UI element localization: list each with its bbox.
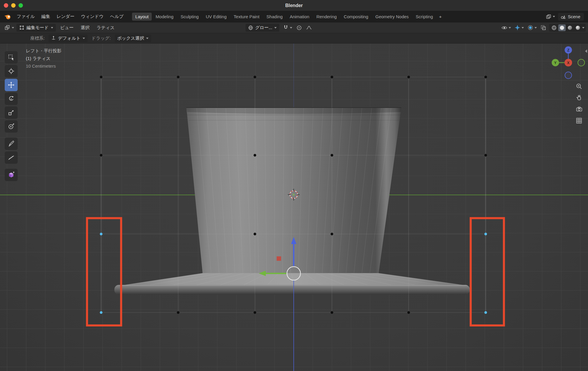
navigation-gizmo[interactable]: Z Y X (551, 46, 586, 80)
main-menus: ファイル 編集 レンダー ウィンドウ ヘルプ (14, 13, 127, 21)
blender-logo-icon[interactable] (4, 14, 11, 20)
hand-icon (575, 94, 582, 101)
move-tool[interactable] (5, 79, 18, 91)
shading-rendered-button[interactable] (574, 24, 582, 31)
mode-label: 編集モード (26, 25, 49, 31)
magnifier-icon (575, 83, 582, 90)
annotation-box-right (471, 218, 504, 325)
tab-compositing[interactable]: Compositing (340, 13, 371, 21)
wireframe-sphere-icon (551, 25, 557, 31)
saucer-edge (114, 285, 470, 295)
drag-label: ドラッグ: (91, 36, 111, 41)
overlays-toggle[interactable] (527, 24, 537, 31)
transform-orientation-dropdown[interactable]: グロー... (245, 24, 279, 32)
chevron-down-icon (146, 38, 148, 39)
chevron-down-icon (12, 27, 14, 29)
tab-texture-paint[interactable]: Texture Paint (230, 13, 263, 21)
gizmo-icon (514, 25, 520, 31)
chevron-down-icon (534, 27, 537, 29)
menu-view[interactable]: ビュー (58, 24, 76, 32)
material-sphere-icon (567, 25, 573, 31)
toggle-ortho-button[interactable] (574, 116, 583, 125)
drag-mode-dropdown[interactable]: ボックス選択 (115, 34, 151, 42)
chevron-down-icon (582, 27, 584, 29)
gizmo-neg-y-ball[interactable] (578, 59, 585, 66)
measure-tool[interactable] (5, 151, 18, 164)
select-box-tool[interactable] (5, 51, 18, 63)
drag-mode-value: ボックス選択 (117, 36, 144, 41)
xray-toggle[interactable] (540, 24, 547, 31)
axes-icon (51, 36, 56, 41)
pan-button[interactable] (574, 93, 583, 102)
viewport-side-controls (574, 82, 583, 125)
magnet-icon (283, 25, 289, 31)
browse-scene-button[interactable] (545, 13, 556, 20)
mode-dropdown[interactable]: 編集モード (16, 24, 56, 32)
viewport-header: 編集モード ビュー 選択 ラティス グロー... (0, 22, 588, 33)
menu-edit[interactable]: 編集 (38, 13, 53, 21)
proportional-falloff-dropdown[interactable] (305, 24, 313, 31)
annotation-box-left (87, 218, 121, 325)
grid-icon (575, 117, 582, 124)
menu-file[interactable]: ファイル (14, 13, 38, 21)
menu-window[interactable]: ウィンドウ (78, 13, 107, 21)
gizmos-toggle[interactable] (514, 24, 524, 31)
editor-type-button[interactable] (4, 24, 15, 31)
coord-system-value: デフォルト (58, 36, 81, 41)
viewport-info: レフト・平行投影 (1) ラティス 10 Centimeters (26, 47, 61, 70)
gizmo-x-label: X (567, 61, 570, 65)
window-controls (0, 3, 23, 8)
window-title: Blender (0, 3, 588, 8)
fullscreen-window-button[interactable] (19, 3, 23, 8)
chevron-down-icon (553, 16, 555, 17)
snap-toggle[interactable] (282, 24, 293, 31)
menu-lattice[interactable]: ラティス (94, 24, 117, 32)
sidebar-collapse-arrow[interactable] (585, 49, 587, 53)
tab-scripting[interactable]: Scripting (412, 13, 436, 21)
shading-solid-button[interactable] (558, 24, 566, 31)
cursor-tool[interactable] (5, 65, 18, 77)
minimize-window-button[interactable] (11, 3, 16, 8)
rotate-tool[interactable] (5, 93, 18, 105)
tab-rendering[interactable]: Rendering (313, 13, 340, 21)
visibility-dropdown[interactable] (501, 24, 512, 31)
menu-render[interactable]: レンダー (53, 13, 78, 21)
shading-material-button[interactable] (566, 24, 574, 31)
falloff-curve-icon (306, 25, 312, 30)
workspace-tabs: Layout Modeling Sculpting UV Editing Tex… (132, 13, 444, 21)
tab-modeling[interactable]: Modeling (152, 13, 177, 21)
menu-help[interactable]: ヘルプ (107, 13, 127, 21)
chevron-down-icon (274, 27, 277, 29)
3d-viewport[interactable]: レフト・平行投影 (1) ラティス 10 Centimeters (0, 44, 588, 371)
coord-system-dropdown[interactable]: デフォルト (49, 34, 88, 42)
tab-shading[interactable]: Shading (263, 13, 286, 21)
scene-group: Scene (545, 13, 584, 21)
scale-tool[interactable] (5, 106, 18, 119)
annotate-tool[interactable] (5, 138, 18, 150)
shading-mode-group (549, 24, 586, 32)
close-window-button[interactable] (4, 3, 8, 8)
proportional-edit-toggle[interactable] (296, 24, 303, 31)
gizmo-x-plane-handle[interactable] (277, 256, 281, 261)
camera-view-button[interactable] (574, 105, 583, 113)
chevron-down-icon (509, 27, 511, 29)
tab-layout[interactable]: Layout (132, 13, 152, 21)
gizmo-z-label: Z (567, 48, 569, 52)
tab-sculpting[interactable]: Sculpting (177, 13, 202, 21)
solid-sphere-icon (559, 25, 565, 31)
scene-selector[interactable]: Scene (558, 13, 584, 21)
gizmo-neg-z-ball[interactable] (565, 72, 572, 79)
add-workspace-button[interactable]: + (437, 13, 444, 21)
add-primitive-tool[interactable] (5, 169, 18, 181)
tab-animation[interactable]: Animation (286, 13, 313, 21)
transform-tool[interactable] (5, 120, 18, 133)
chevron-down-icon (83, 38, 85, 39)
menu-select[interactable]: 選択 (78, 24, 92, 32)
chevron-down-icon (51, 27, 53, 29)
tab-uv-editing[interactable]: UV Editing (203, 13, 230, 21)
zoom-button[interactable] (574, 82, 583, 91)
shading-wireframe-button[interactable] (550, 24, 558, 31)
orientation-label: グロー... (255, 25, 272, 31)
tool-shelf (5, 51, 18, 181)
tab-geometry-nodes[interactable]: Geometry Nodes (372, 13, 412, 21)
